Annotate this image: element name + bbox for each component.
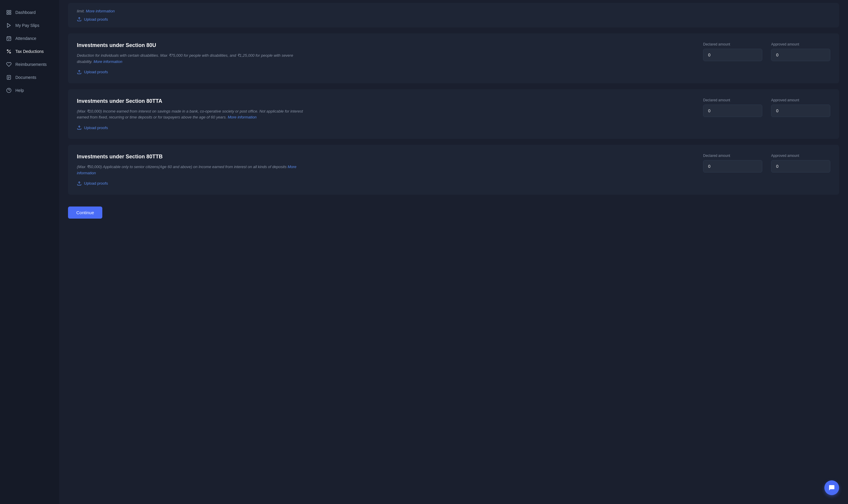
chat-button[interactable] (824, 480, 839, 495)
main-content: limit. More information Upload proofs In… (59, 0, 848, 504)
sidebar-item-label: Reimbursements (15, 62, 47, 67)
section-80u-declared-input[interactable] (703, 49, 762, 61)
sidebar-item-label: Help (15, 88, 24, 93)
section-80ttb-amounts: Declared amount Approved amount (703, 154, 830, 173)
section-80tta-left: Investments under Section 80TTA (Max ₹10… (77, 98, 703, 130)
section-80ttb-title: Investments under Section 80TTB (77, 154, 691, 160)
top-upload-proofs-link[interactable]: Upload proofs (77, 17, 830, 22)
tax-icon (6, 49, 12, 54)
section-80ttb-approved-group: Approved amount (771, 154, 830, 173)
section-80tta-approved-input[interactable] (771, 105, 830, 117)
section-80ttb-declared-input[interactable] (703, 160, 762, 173)
section-80ttb-upload-link[interactable]: Upload proofs (77, 181, 691, 186)
section-80tta-upload-icon (77, 125, 82, 130)
sidebar-item-tax-deductions[interactable]: Tax Deductions (0, 45, 59, 58)
section-80ttb-description: (Max ₹50,000) Applicable only to senior … (77, 164, 308, 176)
sidebar-item-help[interactable]: Help (0, 84, 59, 97)
svg-rect-0 (7, 10, 8, 12)
sidebar-item-label: My Pay Slips (15, 23, 39, 28)
section-80u-left: Investments under Section 80U Deduction … (77, 42, 703, 74)
sidebar-item-reimbursements[interactable]: Reimbursements (0, 58, 59, 71)
section-80tta-card: Investments under Section 80TTA (Max ₹10… (68, 89, 839, 139)
section-80tta-approved-label: Approved amount (771, 98, 830, 102)
section-80u-declared-group: Declared amount (703, 42, 762, 61)
section-80ttb-left: Investments under Section 80TTB (Max ₹50… (77, 154, 703, 186)
svg-line-8 (7, 50, 11, 53)
section-80tta-declared-group: Declared amount (703, 98, 762, 117)
top-partial-text: limit. More information (77, 9, 830, 13)
section-80ttb-declared-group: Declared amount (703, 154, 762, 173)
section-80u-approved-input[interactable] (771, 49, 830, 61)
reimburse-icon (6, 61, 12, 67)
section-80ttb-declared-label: Declared amount (703, 154, 762, 158)
sidebar-item-attendance[interactable]: Attendance (0, 32, 59, 45)
documents-icon (6, 74, 12, 80)
section-80u-title: Investments under Section 80U (77, 42, 691, 49)
sidebar-item-label: Tax Deductions (15, 49, 44, 54)
top-more-info-link[interactable]: More information (86, 9, 115, 13)
section-80u-upload-link[interactable]: Upload proofs (77, 70, 691, 74)
chat-icon (828, 484, 835, 491)
section-80tta-approved-group: Approved amount (771, 98, 830, 117)
svg-rect-3 (10, 13, 11, 15)
section-80ttb-approved-input[interactable] (771, 160, 830, 173)
sidebar-item-documents[interactable]: Documents (0, 71, 59, 84)
top-partial-card: limit. More information Upload proofs (68, 3, 839, 28)
payslip-icon (6, 22, 12, 29)
section-80tta-amounts: Declared amount Approved amount (703, 98, 830, 117)
sidebar-item-my-pay-slips[interactable]: My Pay Slips (0, 19, 59, 32)
section-80u-description: Deduction for individuals with certain d… (77, 53, 308, 65)
section-80tta-declared-input[interactable] (703, 105, 762, 117)
svg-rect-4 (7, 37, 11, 41)
section-80u-card: Investments under Section 80U Deduction … (68, 33, 839, 83)
sidebar-item-label: Attendance (15, 36, 36, 41)
attendance-icon (6, 35, 12, 41)
section-80tta-upload-link[interactable]: Upload proofs (77, 125, 691, 130)
section-80u-more-info-link[interactable]: More information (93, 59, 122, 64)
section-80ttb-approved-label: Approved amount (771, 154, 830, 158)
continue-button[interactable]: Continue (68, 206, 102, 219)
sidebar-item-label: Documents (15, 75, 36, 80)
help-icon (6, 87, 12, 93)
dashboard-icon (6, 10, 12, 15)
sidebar-item-label: Dashboard (15, 10, 36, 15)
svg-rect-2 (7, 13, 8, 15)
section-80u-upload-icon (77, 70, 82, 74)
svg-point-10 (10, 52, 11, 53)
section-80tta-description: (Max ₹10,000) Income earned from interes… (77, 108, 308, 121)
section-80u-declared-label: Declared amount (703, 42, 762, 47)
svg-point-9 (7, 50, 8, 51)
sidebar-item-dashboard[interactable]: Dashboard (0, 6, 59, 19)
sidebar: Dashboard My Pay Slips Attendance Tax De… (0, 0, 59, 504)
section-80u-approved-group: Approved amount (771, 42, 830, 61)
section-80ttb-upload-icon (77, 181, 82, 186)
section-80tta-title: Investments under Section 80TTA (77, 98, 691, 104)
section-80tta-more-info-link[interactable]: More information (228, 115, 257, 119)
upload-icon (77, 17, 82, 22)
section-80ttb-card: Investments under Section 80TTB (Max ₹50… (68, 145, 839, 195)
section-80u-amounts: Declared amount Approved amount (703, 42, 830, 61)
section-80tta-declared-label: Declared amount (703, 98, 762, 102)
svg-rect-1 (10, 10, 11, 12)
section-80u-approved-label: Approved amount (771, 42, 830, 47)
